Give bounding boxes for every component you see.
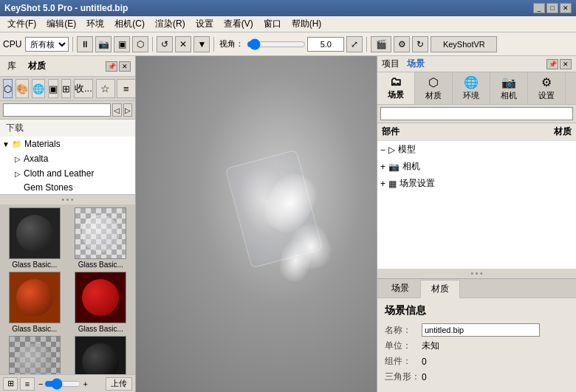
right-tab-scene[interactable]: 🗂 场景 bbox=[377, 72, 415, 104]
keyshot-icon3[interactable]: ↻ bbox=[412, 36, 428, 52]
scene-tree: 部件 材质 − ▷ 模型 + 📷 相机 + ▦ 场景设置 bbox=[377, 123, 576, 269]
toolbar-sep4 bbox=[366, 37, 367, 52]
view-angle-input[interactable] bbox=[307, 37, 344, 52]
scene-item-scene-settings[interactable]: + ▦ 场景设置 bbox=[377, 175, 576, 192]
thumbnail-img-4 bbox=[75, 272, 126, 323]
menu-env[interactable]: 环境 bbox=[82, 16, 109, 32]
toolbar-sep1 bbox=[72, 37, 73, 52]
right-search-input[interactable] bbox=[380, 107, 573, 120]
view-angle-section: 视角： bbox=[218, 37, 344, 52]
right-tab-environment[interactable]: 🌐 环境 bbox=[453, 72, 490, 104]
right-tab-material[interactable]: ⬡ 材质 bbox=[415, 72, 453, 104]
environment-tab-label: 环境 bbox=[463, 90, 479, 101]
right-panel-close[interactable]: ✕ bbox=[560, 59, 572, 69]
scene-item-model[interactable]: − ▷ 模型 bbox=[377, 141, 576, 158]
thumbnail-6[interactable]: Glass Basic... bbox=[69, 336, 133, 374]
left-bottom-bar: ⊞ ≡ − + 上传 bbox=[0, 374, 135, 392]
left-panel-close[interactable]: ✕ bbox=[119, 61, 131, 72]
right-tab-camera[interactable]: 📷 相机 bbox=[490, 72, 528, 104]
mat-icon-texture[interactable]: ⊞ bbox=[61, 79, 71, 98]
keyshot-icon2[interactable]: ⚙ bbox=[394, 36, 410, 52]
zoom-slider[interactable] bbox=[44, 378, 81, 390]
tree-view: 下载 ▼ 📁 Materials ▷ Axalta ▷ Cloth and Le… bbox=[0, 120, 135, 195]
keyshot-icon1[interactable]: 🎬 bbox=[371, 36, 391, 52]
thumbnail-3[interactable]: Glass Basic... bbox=[3, 272, 66, 333]
right-tab-settings[interactable]: ⚙ 设置 bbox=[528, 72, 566, 104]
menu-file[interactable]: 文件(F) bbox=[3, 16, 41, 32]
right-bottom-section: 场景 材质 场景信息 名称： 单位： 未知 组件： 0 三 bbox=[377, 278, 576, 392]
keyshot-vr-logo[interactable]: KeyShotVR bbox=[431, 36, 497, 52]
view-angle-slider[interactable] bbox=[247, 38, 306, 50]
list-view-btn[interactable]: ≡ bbox=[20, 377, 35, 391]
menu-view[interactable]: 查看(V) bbox=[219, 16, 258, 32]
left-panel-pin[interactable]: 📌 bbox=[106, 61, 117, 72]
grid-icon: ⊞ bbox=[7, 379, 14, 388]
tree-label-axalta: Axalta bbox=[24, 154, 48, 164]
screenshot-button[interactable]: 📷 bbox=[95, 36, 112, 52]
arrow-down-button[interactable]: ▼ bbox=[193, 36, 210, 52]
tab-library[interactable]: 库 bbox=[4, 58, 19, 74]
scene-info-component-label: 组件： bbox=[385, 355, 422, 368]
tab-material[interactable]: 材质 bbox=[25, 58, 49, 74]
tree-section-label: 下载 bbox=[0, 120, 135, 137]
thumbnail-4[interactable]: Glass Basic... bbox=[69, 272, 133, 333]
tree-item-gemstones[interactable]: Gem Stones bbox=[0, 181, 135, 194]
tree-item-axalta[interactable]: ▷ Axalta bbox=[0, 151, 135, 166]
search-input[interactable] bbox=[3, 103, 111, 117]
scene-name-input[interactable] bbox=[422, 323, 540, 337]
cpu-select[interactable]: 所有核 bbox=[25, 37, 69, 52]
menu-render[interactable]: 渲染(R) bbox=[151, 16, 190, 32]
tree-arrow-materials: ▼ bbox=[0, 138, 12, 150]
menu-help[interactable]: 帮助(H) bbox=[287, 16, 326, 32]
viewport[interactable] bbox=[136, 56, 377, 392]
thumbnail-img-2 bbox=[75, 207, 126, 259]
scene-item-camera[interactable]: + 📷 相机 bbox=[377, 158, 576, 175]
mat-icon-bg[interactable]: ▣ bbox=[48, 79, 58, 98]
close-button[interactable]: ✕ bbox=[560, 3, 572, 13]
mat-icon-list[interactable]: ≡ bbox=[117, 79, 136, 98]
scene-label-scene-settings: 场景设置 bbox=[400, 177, 435, 190]
titlebar-title: KeyShot 5.0 Pro - untitled.bip bbox=[4, 3, 128, 13]
mat-icon-more[interactable]: 收... bbox=[74, 79, 93, 98]
list-icon: ≡ bbox=[123, 83, 129, 94]
toolbar-btn4[interactable]: ⬡ bbox=[132, 36, 148, 52]
pause-button[interactable]: ⏸ bbox=[77, 36, 93, 52]
grid-view-btn[interactable]: ⊞ bbox=[3, 377, 18, 391]
search-prev[interactable]: ◁ bbox=[112, 103, 122, 117]
environment-tab-icon: 🌐 bbox=[464, 75, 479, 89]
refresh-button[interactable]: ↺ bbox=[157, 36, 173, 52]
bottom-tab-scene[interactable]: 场景 bbox=[380, 279, 420, 298]
toolbar-btn3[interactable]: ▣ bbox=[114, 36, 130, 52]
thumbnail-2[interactable]: Glass Basic... bbox=[69, 207, 133, 269]
tree-item-materials[interactable]: ▼ 📁 Materials bbox=[0, 137, 135, 151]
tab-project[interactable]: 项目 bbox=[382, 58, 400, 70]
camera-expand-icon: + bbox=[380, 162, 385, 172]
maximize-button[interactable]: □ bbox=[546, 3, 558, 13]
right-bottom-tabs: 场景 材质 bbox=[377, 279, 576, 298]
tab-scene[interactable]: 场景 bbox=[407, 58, 425, 70]
thumbnail-5[interactable]: Glass Basic... bbox=[3, 336, 66, 374]
menu-window[interactable]: 窗口 bbox=[259, 16, 286, 32]
stop-button[interactable]: ✕ bbox=[175, 36, 191, 52]
expand-button[interactable]: ⤢ bbox=[346, 36, 363, 52]
bottom-tab-material[interactable]: 材质 bbox=[420, 280, 460, 298]
tree-label-materials: Materials bbox=[24, 139, 61, 149]
menu-camera[interactable]: 相机(C) bbox=[110, 16, 149, 32]
thumbnail-img-1 bbox=[9, 207, 61, 259]
thumbnail-1[interactable]: Glass Basic... bbox=[3, 207, 66, 269]
menu-settings[interactable]: 设置 bbox=[191, 16, 218, 32]
search-next[interactable]: ▷ bbox=[123, 103, 133, 117]
upload-button[interactable]: 上传 bbox=[106, 377, 132, 391]
tree-arrow-cloth: ▷ bbox=[12, 168, 24, 179]
scene-settings-icon: ▦ bbox=[388, 179, 397, 189]
scene-info-title: 场景信息 bbox=[385, 304, 569, 317]
menu-edit[interactable]: 编辑(E) bbox=[42, 16, 80, 32]
right-panel-pin[interactable]: 📌 bbox=[546, 59, 558, 69]
tree-item-cloth[interactable]: ▷ Cloth and Leather bbox=[0, 166, 135, 181]
cpu-label: CPU bbox=[3, 39, 21, 49]
minimize-button[interactable]: _ bbox=[533, 3, 545, 13]
mat-icon-env[interactable]: 🌐 bbox=[32, 79, 45, 98]
mat-icon-color[interactable]: 🎨 bbox=[16, 79, 29, 98]
mat-icon-star[interactable]: ☆ bbox=[96, 79, 115, 98]
mat-icon-material[interactable]: ⬡ bbox=[3, 79, 13, 98]
